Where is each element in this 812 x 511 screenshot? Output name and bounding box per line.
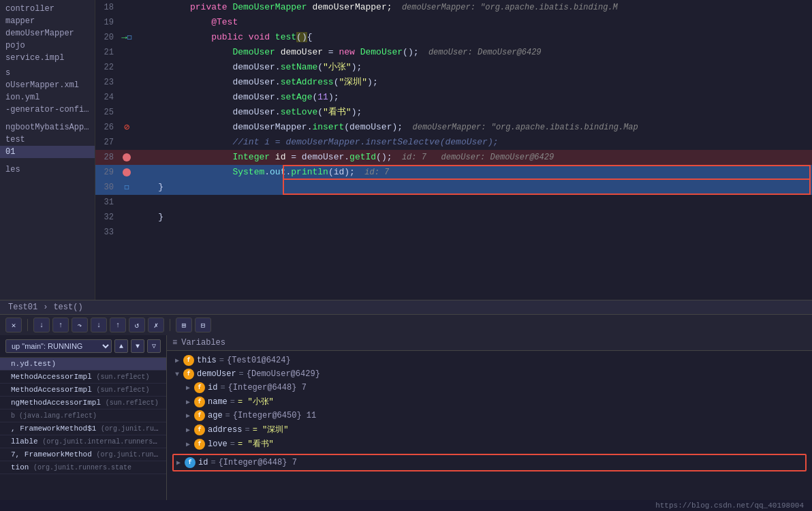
code-line-30: 30 ◻ } bbox=[95, 180, 812, 195]
stack-frame-2[interactable]: MethodAccessorImpl (sun.reflect) bbox=[0, 384, 166, 397]
toolbar-layout-btn[interactable]: ⊞ bbox=[176, 318, 192, 332]
var-name-love: love bbox=[208, 439, 228, 449]
url-text[interactable]: https://blog.csdn.net/qq_40198004 bbox=[655, 501, 804, 510]
kw-out: out bbox=[270, 167, 285, 177]
sidebar-item-les[interactable]: les bbox=[0, 164, 95, 176]
breadcrumb-test01[interactable]: Test01 bbox=[8, 303, 37, 312]
line-num-32: 32 bbox=[95, 210, 119, 225]
thread-filter-btn[interactable]: ▽ bbox=[147, 339, 161, 353]
var-demouser-love[interactable]: ▶ f love = = "看书" bbox=[167, 437, 812, 451]
sidebar-item-01[interactable]: 01 bbox=[0, 146, 95, 158]
toolbar-step-over-btn[interactable]: ↷ bbox=[72, 318, 88, 332]
var-expand-love[interactable]: ▶ bbox=[186, 440, 194, 448]
sidebar-item-app[interactable]: ngbootMybatisApplicatio bbox=[0, 121, 95, 134]
sidebar-item-mapper-xml[interactable]: oUserMapper.xml bbox=[0, 79, 95, 91]
var-name-id: id bbox=[208, 383, 217, 392]
breakpoint-28[interactable] bbox=[123, 153, 131, 161]
line-num-30: 30 bbox=[95, 180, 119, 195]
line-num-22: 22 bbox=[95, 60, 119, 75]
gutter-30: ◻ bbox=[119, 180, 134, 195]
sidebar-item-mapper[interactable]: mapper bbox=[0, 15, 95, 27]
var-expand-id[interactable]: ▶ bbox=[186, 384, 194, 392]
thread-up-btn[interactable]: ▲ bbox=[114, 339, 128, 353]
code-line-31: 31 bbox=[95, 195, 812, 210]
var-demouser[interactable]: ▼ f demoUser = {DemoUser@6429} bbox=[167, 367, 812, 381]
var-this[interactable]: ▶ f this = {Test01@6424} bbox=[167, 354, 812, 367]
var-name-demouser: demoUser bbox=[197, 369, 236, 379]
var-eq-address: = bbox=[245, 425, 249, 435]
stack-meta-4: b (java.lang.reflect) bbox=[11, 412, 97, 420]
var-demouser-address[interactable]: ▶ f address = = "深圳" bbox=[167, 422, 812, 437]
var-expand-id-outlined[interactable]: ▶ bbox=[176, 459, 185, 467]
stack-frame-7[interactable]: 7, FrameworkMethod (org.junit.runners.m bbox=[0, 448, 166, 461]
bookmark-20: ◻ bbox=[127, 30, 132, 45]
toolbar-step-into-btn[interactable]: ↓ bbox=[91, 318, 107, 332]
sidebar-item-demousermapper[interactable]: demoUserMapper bbox=[0, 27, 95, 40]
var-expand-this[interactable]: ▶ bbox=[175, 356, 183, 365]
line-num-27: 27 bbox=[95, 135, 119, 150]
line-num-25: 25 bbox=[95, 105, 119, 120]
stack-frame-8[interactable]: tion (org.junit.runners.state bbox=[0, 461, 166, 474]
sidebar: controller mapper demoUserMapper pojo se… bbox=[0, 0, 95, 300]
sidebar-item-controller[interactable]: controller bbox=[0, 3, 95, 15]
stack-class-7: 7, FrameworkMethod bbox=[11, 450, 92, 459]
sysout-29 bbox=[190, 167, 232, 177]
toolbar-resume-btn[interactable]: ↓ bbox=[33, 318, 50, 332]
stack-frame-5[interactable]: , FrameworkMethod$1 (org.junit.runners. bbox=[0, 422, 166, 435]
gutter-26: ⊘ bbox=[119, 120, 134, 135]
stack-frame-1[interactable]: MethodAccessorImpl (sun.reflect) bbox=[0, 371, 166, 384]
var-expand-demouser[interactable]: ▼ bbox=[175, 371, 183, 378]
stack-frame-4[interactable]: b (java.lang.reflect) bbox=[0, 409, 166, 422]
var-eq-age: = bbox=[225, 411, 230, 420]
variables-header: ≡ Variables bbox=[167, 335, 812, 351]
var-value-love: = "看书" bbox=[238, 438, 274, 450]
breadcrumb-test-method[interactable]: test() bbox=[53, 303, 82, 312]
toolbar-evaluate-btn[interactable]: ✗ bbox=[148, 318, 164, 332]
var-demouser-name[interactable]: ▶ f name = = "小张" bbox=[167, 394, 812, 409]
line-num-29: 29 bbox=[95, 165, 119, 180]
var-icon-id-outlined: f bbox=[185, 457, 196, 468]
sidebar-item-service[interactable]: service.impl bbox=[0, 52, 95, 64]
toolbar-pause-btn[interactable]: ↑ bbox=[52, 318, 69, 332]
var-eq-love: = bbox=[230, 439, 235, 449]
sidebar-item-test-file[interactable]: test bbox=[0, 134, 95, 146]
var-icon-this: f bbox=[183, 355, 194, 366]
bookmark-30: ◻ bbox=[124, 180, 129, 195]
stack-frame-6[interactable]: llable (org.junit.internal.runners.model… bbox=[0, 435, 166, 448]
var-value-id: {Integer@6448} 7 bbox=[228, 383, 307, 392]
code-lines: 18 private DemoUserMapper demoUserMapper… bbox=[95, 0, 812, 300]
var-demouser-id[interactable]: ▶ f id = {Integer@6448} 7 bbox=[167, 381, 812, 394]
toolbar-run-cursor-btn[interactable]: ↺ bbox=[129, 318, 145, 332]
var-expand-address[interactable]: ▶ bbox=[186, 426, 194, 434]
thread-dropdown[interactable]: up "main": RUNNING bbox=[5, 339, 112, 353]
breadcrumb-bar: Test01 › test() bbox=[0, 300, 812, 314]
sidebar-item-pojo[interactable]: pojo bbox=[0, 40, 95, 52]
sidebar-item-s[interactable]: s bbox=[0, 67, 95, 79]
toolbar-step-out-btn[interactable]: ↑ bbox=[110, 318, 126, 332]
toolbar-columns-btn[interactable]: ⊟ bbox=[195, 318, 211, 332]
var-value-address: = "深圳" bbox=[253, 424, 289, 435]
var-icon-love: f bbox=[194, 439, 205, 450]
stack-class-8: tion bbox=[11, 463, 29, 471]
url-bar: https://blog.csdn.net/qq_40198004 bbox=[0, 500, 812, 511]
stack-frame-0[interactable]: n.yd.test) bbox=[0, 358, 166, 371]
var-expand-age[interactable]: ▶ bbox=[186, 412, 194, 420]
variables-icon: ≡ bbox=[172, 338, 177, 347]
stack-class-5: , FrameworkMethod$1 bbox=[11, 424, 96, 433]
toolbar-close-btn[interactable]: ✕ bbox=[5, 318, 22, 332]
sidebar-item-generator[interactable]: -generator-config.xml bbox=[0, 104, 95, 116]
breakpoint-29[interactable] bbox=[123, 168, 131, 176]
stack-frame-3[interactable]: ngMethodAccessorImpl (sun.reflect) bbox=[0, 397, 166, 409]
var-icon-age: f bbox=[194, 410, 205, 421]
var-value-id-outlined: {Integer@6448} 7 bbox=[219, 458, 297, 467]
stack-class-2: MethodAccessorImpl bbox=[11, 386, 92, 394]
var-id-outlined[interactable]: ▶ f id = {Integer@6448} 7 bbox=[172, 454, 807, 471]
var-expand-name[interactable]: ▶ bbox=[186, 398, 194, 406]
var-value-this: {Test01@6424} bbox=[227, 356, 291, 365]
thread-down-btn[interactable]: ▼ bbox=[131, 339, 144, 353]
var-demouser-age[interactable]: ▶ f age = {Integer@6450} 11 bbox=[167, 409, 812, 422]
stack-class-0: n.yd.test) bbox=[11, 360, 56, 368]
stack-meta-2: (sun.reflect) bbox=[96, 386, 149, 394]
sidebar-item-yml[interactable]: ion.yml bbox=[0, 91, 95, 104]
line-content-32: } bbox=[134, 210, 812, 225]
